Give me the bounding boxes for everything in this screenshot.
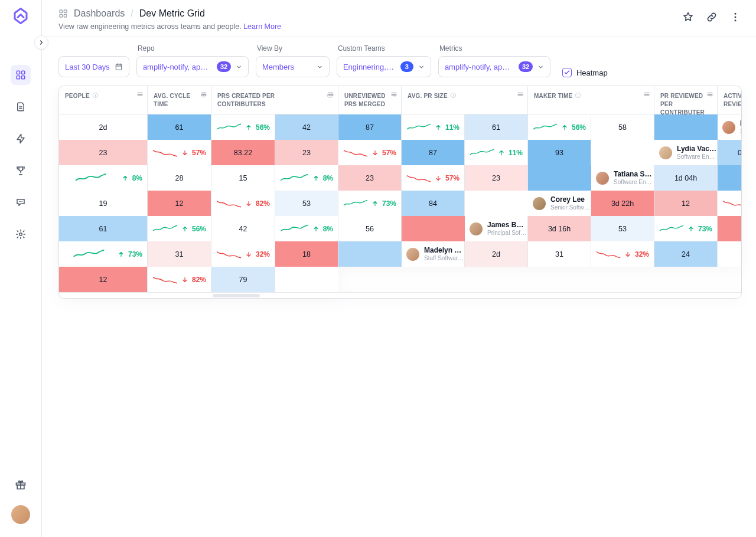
people-cell[interactable]: Rishabh RawatStaff Software Engineer <box>718 114 742 140</box>
metrics-filter-label: Metrics <box>439 44 550 53</box>
metric-cell: 53 <box>591 216 654 241</box>
column-menu-icon[interactable] <box>390 91 397 98</box>
people-cell[interactable]: James BergsonPrincipal Software Engine… <box>465 216 528 241</box>
metric-cell: 1d 04h <box>654 165 718 191</box>
nav-gift[interactable] <box>11 474 31 495</box>
nav-reports[interactable] <box>11 97 31 117</box>
trend-arrow-icon <box>372 200 379 207</box>
column-header[interactable]: UNREVIEWED PRS MERGED <box>338 86 402 114</box>
svg-rect-11 <box>64 10 67 13</box>
trend-cell: 82% <box>211 191 275 216</box>
user-avatar[interactable] <box>11 505 30 524</box>
metric-cell <box>338 241 402 267</box>
heatmap-toggle[interactable]: Heatmap <box>562 68 608 77</box>
metric-cell: 12 <box>148 191 211 216</box>
person-name: Tatiana Stanton <box>614 170 654 178</box>
people-cell[interactable]: Corey LeeSenior Software Engineer <box>528 191 591 216</box>
topbar: Dashboards / Dev Metric Grid View raw en… <box>42 0 756 37</box>
people-cell[interactable]: Tatiana StantonSoftware Engineer I <box>591 165 654 191</box>
viewby-filter-label: View By <box>257 44 330 53</box>
metric-cell: 58 <box>591 114 654 140</box>
checkbox-icon <box>562 68 572 77</box>
svg-rect-2 <box>17 76 19 79</box>
column-menu-icon[interactable] <box>517 91 524 98</box>
metric-cell: 61 <box>465 114 528 140</box>
column-menu-icon[interactable] <box>706 91 713 98</box>
breadcrumb-root[interactable]: Dashboards <box>74 8 125 19</box>
column-header[interactable]: AVG. PR SIZE <box>402 86 528 114</box>
column-menu-icon[interactable] <box>136 91 144 98</box>
nav-activity[interactable] <box>11 129 31 149</box>
teams-filter[interactable]: Enginnering, QA… 3 <box>337 56 431 77</box>
nav-dashboards[interactable] <box>11 65 31 85</box>
metric-cell: 12 <box>59 267 148 292</box>
person-name: James Bergson <box>487 221 527 229</box>
people-cell[interactable]: Lydia VaccaroSoftware Engineer II <box>654 140 718 165</box>
column-header[interactable]: AVG. CYCLE TIME <box>148 86 211 114</box>
metric-cell: 53 <box>275 191 338 216</box>
metric-cell: 2d <box>465 241 528 267</box>
metric-cell <box>528 165 591 191</box>
more-options-button[interactable] <box>729 11 742 24</box>
trend-arrow-icon <box>181 149 188 156</box>
metric-cell: 79 <box>211 267 275 292</box>
trend-cell: 57% <box>148 140 211 165</box>
people-cell[interactable]: Madelyn CarderStaff Software Engineer <box>402 241 465 267</box>
trend-arrow-icon <box>312 225 320 233</box>
column-menu-icon[interactable] <box>327 91 334 98</box>
person-name: Rishabh Rawat <box>740 119 742 127</box>
column-header[interactable]: PRS CREATED PER CONTRIBUTERS <box>211 86 338 114</box>
metric-cell: 23 <box>465 165 528 191</box>
metric-cell <box>275 267 338 292</box>
column-header[interactable]: MAKER TIME <box>528 86 654 114</box>
trend-arrow-icon <box>118 251 125 258</box>
metric-cell <box>465 191 528 216</box>
metric-cell: 0d 23h <box>718 140 742 165</box>
learn-more-link[interactable]: Learn More <box>243 22 281 31</box>
trend-arrow-icon <box>372 149 379 156</box>
trend-arrow-icon <box>435 175 442 182</box>
column-header[interactable]: PEOPLE <box>59 86 148 114</box>
metrics-filter[interactable]: amplify-notify, apps… 32 <box>438 56 550 77</box>
svg-point-7 <box>19 233 22 236</box>
metric-cell: 18 <box>275 241 338 267</box>
person-name: Lydia Vaccaro <box>677 145 717 153</box>
person-role: Software Engineer I <box>614 178 654 186</box>
breadcrumb-current: Dev Metric Grid <box>139 8 205 19</box>
metric-cell: 42 <box>211 216 275 241</box>
trend-cell: 11% <box>402 114 465 140</box>
column-header[interactable]: ACTIVE REVIEWS <box>718 86 742 114</box>
column-header[interactable]: PR REVIEWED PER CONTRIBUTER <box>654 86 718 114</box>
metric-cell: 28 <box>148 165 211 191</box>
trend-cell: 56% <box>211 114 275 140</box>
person-role: Staff Software Engineer <box>740 127 742 136</box>
nav-settings[interactable] <box>11 224 31 244</box>
person-role: Senior Software Engineer <box>550 204 591 212</box>
metric-cell: 15 <box>211 165 275 191</box>
repo-filter[interactable]: amplify-notify, apps… 32 <box>136 56 249 77</box>
person-role: Software Engineer II <box>677 153 717 161</box>
metric-cell: 93 <box>528 140 591 165</box>
favorite-button[interactable] <box>682 11 695 24</box>
calendar-icon <box>115 63 123 71</box>
viewby-filter[interactable]: Members <box>256 56 330 77</box>
nav-feedback[interactable] <box>11 192 31 212</box>
table-horizontal-scrollbar[interactable] <box>59 292 741 298</box>
column-menu-icon[interactable] <box>643 91 650 98</box>
trend-arrow-icon <box>435 124 442 131</box>
person-avatar <box>659 146 672 159</box>
metrics-table: PEOPLE AVG. CYCLE TIME PRS CREATED PER C… <box>58 86 742 299</box>
page-subtitle: View raw engineering metrics across team… <box>58 22 281 31</box>
metric-cell: 56 <box>338 216 402 241</box>
svg-rect-12 <box>60 14 63 17</box>
date-range-picker[interactable]: Last 30 Days <box>58 56 129 77</box>
column-menu-icon[interactable] <box>200 91 207 98</box>
nav-achievements[interactable] <box>11 161 31 181</box>
trend-arrow-icon <box>245 124 252 131</box>
metric-cell: 24 <box>654 241 718 267</box>
sidebar-collapse-toggle[interactable] <box>34 35 48 50</box>
filter-bar: Last 30 Days Repo amplify-notify, apps… … <box>42 37 756 86</box>
chevron-down-icon <box>317 64 323 70</box>
svg-rect-17 <box>116 64 121 70</box>
copy-link-button[interactable] <box>705 11 718 24</box>
